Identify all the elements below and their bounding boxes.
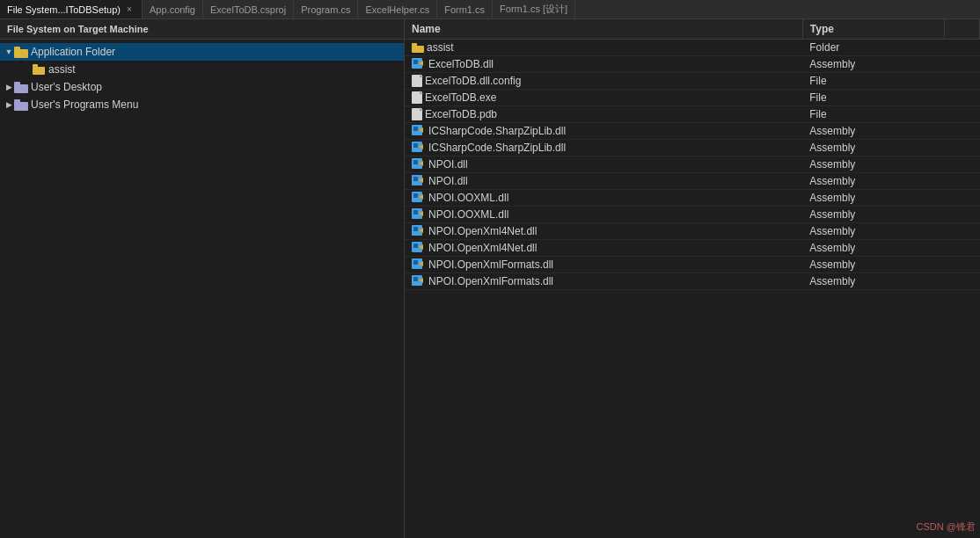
table-row[interactable]: NPOI.OpenXml4Net.dll Assembly	[405, 240, 980, 257]
tab-label-setup: File System...IToDB​Setup)	[7, 4, 121, 15]
tab-setup[interactable]: File System...IToDB​Setup)×	[0, 0, 143, 18]
cell-name: ICSharpCode.SharpZipLib.dll	[405, 123, 802, 140]
table-row[interactable]: ExcelToDB.dll Assembly	[405, 56, 980, 73]
tree-item-assist[interactable]: assist	[0, 61, 404, 78]
table-row[interactable]: NPOI.OOXML.dll Assembly	[405, 190, 980, 207]
tree-item-users-programs[interactable]: ▶ User's Programs Menu	[0, 96, 404, 113]
cell-name: ExcelToDB.pdb	[405, 106, 802, 123]
table-row[interactable]: ExcelToDB.pdb File	[405, 106, 980, 123]
cell-name: assist	[405, 40, 802, 56]
table-row[interactable]: NPOI.dll Assembly	[405, 173, 980, 190]
tree-arrow-app-folder: ▼	[4, 47, 14, 57]
tab-bar: File System...IToDB​Setup)×App.configExc…	[0, 0, 980, 19]
cell-type: Assembly	[802, 273, 944, 290]
file-name: NPOI.OpenXmlFormats.dll	[428, 258, 553, 271]
table-row[interactable]: NPOI.OpenXmlFormats.dll Assembly	[405, 257, 980, 273]
table-row[interactable]: NPOI.OpenXml4Net.dll Assembly	[405, 223, 980, 240]
tab-form1[interactable]: Form1.cs	[437, 0, 493, 18]
cell-extra	[944, 140, 979, 156]
cell-type: Assembly	[802, 257, 944, 273]
file-name: NPOI.OOXML.dll	[428, 192, 508, 204]
tab-appconfig[interactable]: App.config	[143, 0, 203, 18]
dll-icon	[412, 258, 426, 271]
tab-excelhelper[interactable]: ExcelHelper.cs	[358, 0, 437, 18]
table-row[interactable]: ICSharpCode.SharpZipLib.dll Assembly	[405, 140, 980, 156]
table-row[interactable]: NPOI.dll Assembly	[405, 156, 980, 173]
folder-small-icon	[32, 62, 46, 76]
cell-name: NPOI.dll	[405, 173, 802, 190]
cell-type: Assembly	[802, 56, 944, 73]
dll-icon	[412, 158, 426, 171]
file-name: ExcelToDB.dll	[428, 58, 494, 70]
svg-rect-13	[413, 177, 418, 181]
cell-extra	[944, 90, 979, 106]
tab-form1edit[interactable]: Form1.cs [设计]	[493, 0, 575, 18]
cell-extra	[944, 56, 979, 73]
panel-header: File System on Target Machine	[0, 19, 404, 40]
svg-rect-16	[413, 193, 418, 198]
cell-extra	[944, 257, 979, 273]
svg-rect-28	[413, 260, 418, 265]
svg-rect-10	[413, 160, 418, 164]
tab-close-setup[interactable]: ×	[124, 4, 135, 15]
cell-name: ExcelToDB.dll	[405, 56, 802, 73]
table-row[interactable]: ICSharpCode.SharpZipLib.dll Assembly	[405, 123, 980, 140]
tree-item-app-folder[interactable]: ▼ Application Folder	[0, 43, 404, 61]
cell-type: Assembly	[802, 240, 944, 257]
cell-type: File	[802, 73, 944, 90]
folder-icon	[412, 43, 424, 53]
tree-label-users-programs: User's Programs Menu	[31, 98, 138, 111]
tree-item-users-desktop[interactable]: ▶ User's Desktop	[0, 78, 404, 96]
watermark: CSDN @锋君	[917, 520, 976, 534]
dll-icon	[412, 208, 426, 221]
table-row[interactable]: assist Folder	[405, 40, 980, 56]
cell-extra	[944, 223, 979, 240]
cell-extra	[944, 73, 979, 90]
cell-name: ExcelToDB.exe	[405, 90, 802, 106]
cell-extra	[944, 190, 979, 207]
tree-arrow-users-desktop: ▶	[4, 82, 14, 92]
cell-name: ICSharpCode.SharpZipLib.dll	[405, 140, 802, 156]
cell-type: File	[802, 106, 944, 123]
svg-rect-25	[413, 244, 418, 248]
file-name: ExcelToDB.exe	[425, 91, 496, 104]
tab-label-form1: Form1.cs	[444, 4, 485, 15]
cell-type: Assembly	[802, 123, 944, 140]
table-row[interactable]: ExcelToDB.dll.config File	[405, 73, 980, 90]
cell-type: Folder	[802, 40, 944, 56]
col-type: Type	[802, 19, 944, 40]
folder-special-icon	[14, 80, 28, 94]
file-table: Name Type assist Folder	[405, 19, 980, 290]
cell-name: NPOI.dll	[405, 156, 802, 173]
file-name: ExcelToDB.dll.config	[425, 75, 521, 87]
col-name: Name	[405, 19, 802, 40]
tab-label-form1edit: Form1.cs [设计]	[500, 3, 567, 16]
tab-program[interactable]: Program.cs	[294, 0, 358, 18]
file-name: NPOI.OpenXml4Net.dll	[428, 225, 537, 237]
col-empty	[944, 19, 979, 40]
right-panel: Name Type assist Folder	[405, 19, 980, 538]
cell-extra	[944, 207, 979, 223]
dll-icon	[412, 275, 426, 287]
svg-rect-1	[413, 60, 418, 64]
svg-rect-19	[413, 210, 418, 214]
table-row[interactable]: ExcelToDB.exe File	[405, 90, 980, 106]
tree-label-app-folder: Application Folder	[31, 46, 115, 58]
file-icon	[412, 91, 422, 104]
table-row[interactable]: NPOI.OpenXmlFormats.dll Assembly	[405, 273, 980, 290]
svg-rect-4	[413, 127, 418, 131]
cell-extra	[944, 173, 979, 190]
cell-type: Assembly	[802, 173, 944, 190]
file-name: NPOI.dll	[428, 158, 468, 171]
table-row[interactable]: NPOI.OOXML.dll Assembly	[405, 207, 980, 223]
cell-name: NPOI.OpenXml4Net.dll	[405, 223, 802, 240]
tree-arrow-users-programs: ▶	[4, 99, 14, 110]
cell-extra	[944, 123, 979, 140]
file-name: ICSharpCode.SharpZipLib.dll	[428, 142, 566, 154]
file-name: NPOI.dll	[428, 175, 468, 187]
tab-csproj[interactable]: ExcelToDB.csproj	[203, 0, 294, 18]
folder-special-icon	[14, 98, 28, 112]
folder-yellow-icon	[14, 45, 28, 59]
file-name: ExcelToDB.pdb	[425, 108, 497, 120]
cell-type: File	[802, 90, 944, 106]
